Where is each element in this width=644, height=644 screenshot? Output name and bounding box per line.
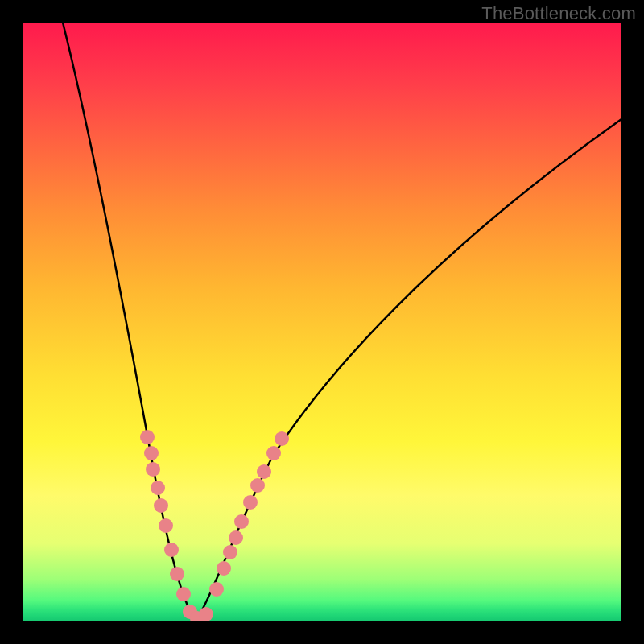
plot-area (23, 23, 621, 621)
chart-svg (23, 23, 621, 621)
dot-marker (234, 514, 249, 529)
dot-marker (151, 481, 165, 495)
dot-marker (257, 464, 271, 479)
dot-marker (159, 518, 173, 533)
dot-marker (144, 446, 159, 460)
dot-marker (250, 478, 265, 493)
dot-marker (146, 462, 160, 477)
dot-marker (140, 430, 155, 444)
watermark-text: TheBottleneck.com (481, 3, 636, 24)
dot-marker (176, 587, 191, 601)
dot-marker (209, 582, 224, 597)
dot-marker (199, 607, 213, 621)
dot-marker (154, 498, 168, 513)
dot-marker (243, 495, 258, 510)
valley-curve (63, 23, 621, 621)
dot-marker (223, 545, 237, 559)
dot-marker (170, 567, 184, 581)
dot-marker (217, 561, 231, 576)
dot-marker (229, 530, 243, 545)
dot-marker (275, 431, 289, 446)
dot-marker (164, 543, 179, 557)
dot-marker (266, 446, 281, 460)
chart-frame: TheBottleneck.com (0, 0, 644, 644)
dot-markers-group (140, 430, 289, 621)
